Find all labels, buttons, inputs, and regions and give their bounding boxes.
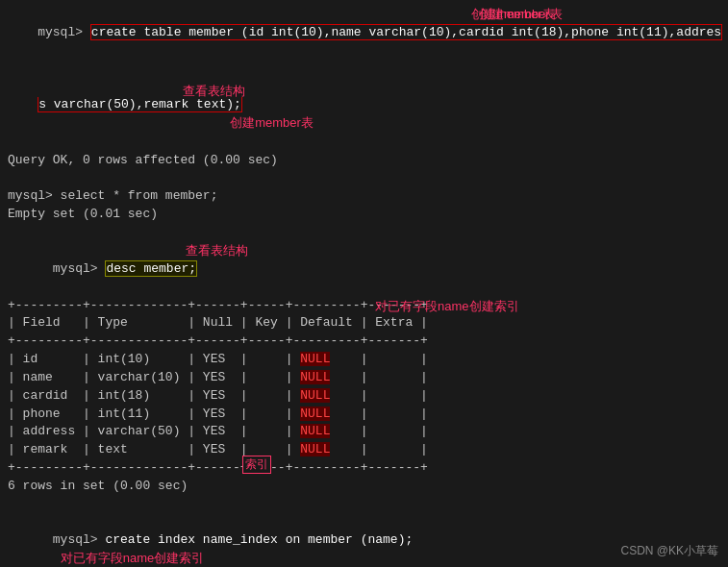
annotation-index-overlay: 对已有字段name创建索引 xyxy=(375,298,519,315)
create-index-wrapper: mysql> create index name_index on member… xyxy=(8,514,720,567)
table1-row-cardid: | cardid | int(18) | YES | | NULL | | xyxy=(8,387,720,406)
select-cmd: mysql> select * from member; xyxy=(8,187,720,206)
table1-bottom-border: +---------+-------------+------+-----+--… xyxy=(8,459,720,478)
blank-3 xyxy=(8,496,720,514)
create-index-cmd: mysql> create index name_index on member… xyxy=(8,514,720,567)
annotation-create-member-overlay: 创建member表 xyxy=(471,6,555,23)
annotation-create-member-text: 创建member表 xyxy=(230,115,314,130)
desc-cmd-1-wrapper: mysql> desc member; 查看表结构 xyxy=(8,242,720,297)
annotation-desc-text: 查看表结构 xyxy=(186,242,248,259)
blank-1 xyxy=(8,170,720,188)
table1-top-border: +---------+-------------+------+-----+--… xyxy=(8,297,720,315)
command-line-1b: s varchar(50),remark text); 创建member表 xyxy=(8,78,720,151)
terminal: mysql> create table member (id int(10),n… xyxy=(0,0,728,567)
annotation-desc-overlay: 查看表结构 xyxy=(183,83,245,100)
table1-row-remark: | remark | text | YES | | NULL | | xyxy=(8,441,720,459)
annotation-create-index: 对已有字段name创建索引 xyxy=(61,551,205,565)
table1-row-name: | name | varchar(10) | YES | | NULL | | xyxy=(8,369,720,387)
table1-header-sep: +---------+-------------+------+-----+--… xyxy=(8,333,720,351)
desc-cmd-1: mysql> desc member; xyxy=(8,242,720,297)
table1-row-phone: | phone | int(11) | YES | | NULL | | xyxy=(8,406,720,424)
table1-row-id: | id | int(10) | YES | | NULL | | xyxy=(8,351,720,369)
query-ok-1: Query OK, 0 rows affected (0.00 sec) xyxy=(8,152,720,170)
table1-rows-count: 6 rows in set (0.00 sec) xyxy=(8,478,720,496)
table1-header: | Field | Type | Null | Key | Default | … xyxy=(8,314,720,333)
annotation-index-label-overlay: 索引 xyxy=(242,456,271,474)
blank-2 xyxy=(8,224,720,242)
empty-set: Empty set (0.01 sec) xyxy=(8,206,720,224)
table1-row-address: | address | varchar(50) | YES | | NULL |… xyxy=(8,423,720,441)
watermark: CSDN @KK小草莓 xyxy=(620,543,718,559)
command-line-1: mysql> create table member (id int(10),n… xyxy=(8,6,720,78)
